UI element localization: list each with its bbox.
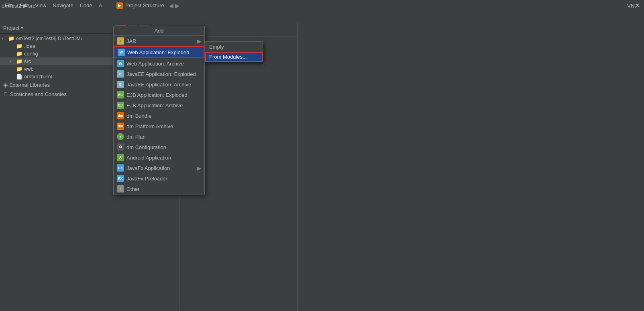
ejb-exploded-label: EJB Application: Exploded xyxy=(126,92,187,98)
submenu-item-empty[interactable]: Empty xyxy=(205,42,263,52)
ejb-exploded-icon: EJ xyxy=(117,91,124,98)
jar-arrow: ▶ xyxy=(197,38,201,44)
folder-icon-src: 📁 xyxy=(16,58,22,64)
menu-item-other[interactable]: ? Other xyxy=(114,184,204,194)
project-structure-icon: ▶ xyxy=(116,2,123,9)
web-archive-label: Web Application: Archive xyxy=(126,61,184,67)
project-label: Project xyxy=(3,25,19,31)
menu-item-dm-plan[interactable]: ● dm Plan xyxy=(114,131,204,142)
menu-item-javaee-archive[interactable]: E JavaEE Application: Archive xyxy=(114,79,204,90)
ejb-archive-label: EJB Application: Archive xyxy=(126,102,183,108)
tree-label-config: config xyxy=(24,51,38,57)
project-dropdown-arrow[interactable]: ▾ xyxy=(21,25,23,31)
right-content-area xyxy=(298,23,644,311)
submenu: Empty From Modules... xyxy=(205,41,263,62)
project-structure-titlebar: ▶ Project Structure ◀ ▶ xyxy=(113,0,183,11)
jar-label: JAR xyxy=(126,38,137,44)
other-label: Other xyxy=(126,186,140,192)
folder-icon-config: 📁 xyxy=(16,51,22,57)
javaee-exploded-icon: E xyxy=(117,70,124,78)
menu-item-javaee-exploded[interactable]: E JavaEE Application: Exploded xyxy=(114,69,204,79)
back-button[interactable]: ◀ xyxy=(169,2,173,9)
left-project-panel: Project ▾ ▾ 📁 omTest2 [omTest3] D:\TestO… xyxy=(0,23,113,311)
other-icon: ? xyxy=(117,185,124,192)
tree-item-root[interactable]: ▾ 📁 omTest2 [omTest3] D:\TestOM\ xyxy=(0,35,113,42)
web-exploded-icon: W xyxy=(118,49,125,56)
tree-item-idea[interactable]: 📁 .idea xyxy=(0,42,113,50)
ejb-archive-icon: EJ xyxy=(117,102,124,109)
javaee-archive-label: JavaEE Application: Archive xyxy=(126,82,191,88)
add-dropdown-header: Add xyxy=(114,26,204,36)
external-libs-label: External Libraries xyxy=(9,82,50,88)
dm-plan-icon: ● xyxy=(117,133,124,140)
folder-icon: 📁 xyxy=(8,35,14,41)
dm-config-icon: ⚙ xyxy=(117,143,124,151)
dm-config-label: dm Configuration xyxy=(126,144,166,150)
web-archive-icon: W xyxy=(117,60,124,67)
tree-item-label: omTest2 [omTest3] D:\TestOM\ xyxy=(16,36,82,41)
javafx-preloader-icon: FX xyxy=(117,175,124,182)
dm-platform-archive-icon: dm xyxy=(117,123,124,130)
web-exploded-label: Web Application: Exploded xyxy=(127,49,189,55)
tree-label-src: src xyxy=(24,58,31,64)
menu-item-web-exploded[interactable]: W Web Application: Exploded xyxy=(114,46,204,58)
breadcrumb-path: omTest2 ▶ src xyxy=(2,3,35,9)
menu-item-dm-configuration[interactable]: ⚙ dm Configuration xyxy=(114,142,204,152)
menu-item-ejb-archive[interactable]: EJ EJB Application: Archive xyxy=(114,100,204,110)
menu-item-web-archive[interactable]: W Web Application: Archive xyxy=(114,58,204,69)
tree-item-external[interactable]: ◉ External Libraries xyxy=(0,80,113,90)
folder-icon-idea: 📁 xyxy=(16,43,22,49)
tree-item-src[interactable]: ▾ 📁 src xyxy=(0,57,113,65)
folder-icon-web: 📁 xyxy=(16,66,22,72)
menu-item-javafx-application[interactable]: FX JavaFx Application ▶ xyxy=(114,163,204,173)
javafx-arrow: ▶ xyxy=(197,165,201,171)
tree-label-iml: omtxhzh.iml xyxy=(24,74,52,80)
file-icon-iml: 📄 xyxy=(16,74,22,80)
menu-analyze[interactable]: A xyxy=(96,2,106,9)
submenu-item-from-modules[interactable]: From Modules... xyxy=(205,52,263,62)
close-button[interactable]: ✕ xyxy=(634,2,641,9)
menu-item-android-application[interactable]: A Android Application xyxy=(114,152,204,163)
javafx-preloader-label: JavaFx Preloader xyxy=(126,176,167,182)
tree-item-config[interactable]: 📁 config xyxy=(0,50,113,57)
tree-label-idea: .idea xyxy=(24,43,35,49)
menu-navigate[interactable]: Navigate xyxy=(49,2,76,9)
menu-item-jar[interactable]: J JAR ▶ xyxy=(114,36,204,46)
jar-icon: J xyxy=(117,37,124,45)
tree-label-web: web xyxy=(24,66,34,72)
tree-item-web[interactable]: 📁 web xyxy=(0,65,113,73)
dm-plan-label: dm Plan xyxy=(126,134,146,140)
javaee-archive-icon: E xyxy=(117,81,124,88)
tree-item-scratches[interactable]: 🗒 Scratches and Consoles xyxy=(0,90,113,99)
tree-item-iml[interactable]: 📄 omtxhzh.iml xyxy=(0,73,113,80)
dm-bundle-label: dm Bundle xyxy=(126,113,151,119)
android-icon: A xyxy=(117,154,124,161)
javafx-app-icon: FX xyxy=(117,164,124,172)
close-icon: ✕ xyxy=(635,2,640,9)
external-libs-icon: ◉ xyxy=(3,82,8,88)
menu-item-dm-platform-archive[interactable]: dm dm Platform Archive xyxy=(114,121,204,131)
dm-bundle-icon: dm xyxy=(117,112,124,119)
scratches-icon: 🗒 xyxy=(3,91,8,97)
menu-item-javafx-preloader[interactable]: FX JavaFx Preloader xyxy=(114,173,204,184)
forward-button[interactable]: ▶ xyxy=(175,2,179,9)
javaee-exploded-label: JavaEE Application: Exploded xyxy=(126,71,196,77)
menu-code[interactable]: Code xyxy=(77,2,96,9)
javafx-app-label: JavaFx Application xyxy=(126,165,170,171)
menu-item-ejb-exploded[interactable]: EJ EJB Application: Exploded xyxy=(114,90,204,100)
project-structure-title: Project Structure xyxy=(125,2,164,8)
dm-platform-archive-label: dm Platform Archive xyxy=(126,123,173,129)
scratches-label: Scratches and Consoles xyxy=(10,91,67,97)
add-dropdown-menu: Add J JAR ▶ W Web Application: Exploded … xyxy=(113,26,205,194)
menu-item-dm-bundle[interactable]: dm dm Bundle xyxy=(114,110,204,121)
android-label: Android Application xyxy=(126,155,171,161)
